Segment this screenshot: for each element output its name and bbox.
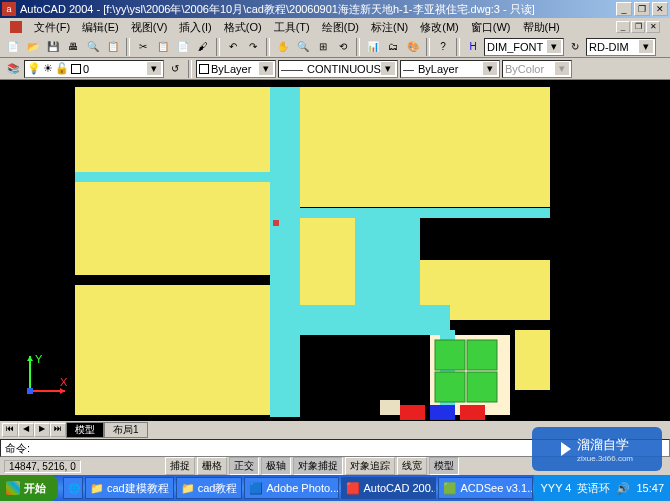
menu-insert[interactable]: 插入(I) — [179, 20, 211, 35]
tab-last-icon[interactable]: ⏭ — [50, 423, 66, 437]
lock-icon: 🔓 — [55, 62, 69, 75]
plotstyle-value: ByColor — [505, 63, 544, 75]
tray-volume-icon[interactable]: 🔊 — [616, 482, 630, 495]
zoom-window-icon[interactable]: ⊞ — [314, 38, 332, 56]
linetype-dropdown[interactable]: —— CONTINUOUS ▾ — [278, 60, 398, 78]
menu-draw[interactable]: 绘图(D) — [322, 20, 359, 35]
toolpalette-icon[interactable]: 🎨 — [404, 38, 422, 56]
plotstyle-dropdown[interactable]: ByColor ▾ — [502, 60, 572, 78]
color-dropdown[interactable]: ByLayer ▾ — [196, 60, 276, 78]
menu-dimension[interactable]: 标注(N) — [371, 20, 408, 35]
task-cad-tutorial[interactable]: 📁cad教程 — [176, 477, 243, 499]
svg-rect-22 — [273, 220, 279, 226]
menu-help[interactable]: 帮助(H) — [523, 20, 560, 35]
watermark-brand: 溜溜自学 — [577, 436, 633, 454]
new-icon[interactable]: 📄 — [4, 38, 22, 56]
minimize-button[interactable]: _ — [616, 2, 632, 16]
floorplan-drawing — [0, 80, 670, 421]
model-toggle[interactable]: 模型 — [429, 457, 459, 475]
svg-text:Y: Y — [35, 353, 43, 365]
mdi-restore[interactable]: ❐ — [631, 21, 645, 33]
svg-rect-7 — [515, 330, 550, 390]
close-button[interactable]: ✕ — [652, 2, 668, 16]
dim-icon[interactable]: H — [464, 38, 482, 56]
tab-first-icon[interactable]: ⏮ — [2, 423, 18, 437]
dimupdate-icon[interactable]: ↻ — [566, 38, 584, 56]
maximize-button[interactable]: ❐ — [634, 2, 650, 16]
svg-rect-0 — [75, 87, 300, 172]
layer-dropdown[interactable]: 💡 ☀ 🔓 0 ▾ — [24, 60, 164, 78]
publish-icon[interactable]: 📋 — [104, 38, 122, 56]
polar-toggle[interactable]: 极轴 — [261, 457, 291, 475]
quicklaunch-icon[interactable]: 🌐 — [63, 477, 83, 499]
menu-view[interactable]: 视图(V) — [131, 20, 168, 35]
save-icon[interactable]: 💾 — [44, 38, 62, 56]
layer-color-swatch — [71, 64, 81, 74]
svg-rect-9 — [75, 172, 300, 182]
cut-icon[interactable]: ✂ — [134, 38, 152, 56]
menu-edit[interactable]: 编辑(E) — [82, 20, 119, 35]
otrack-toggle[interactable]: 对象追踪 — [345, 457, 395, 475]
layer-prev-icon[interactable]: ↺ — [166, 60, 184, 78]
pan-icon[interactable]: ✋ — [274, 38, 292, 56]
help-icon[interactable]: ? — [434, 38, 452, 56]
tab-next-icon[interactable]: ▶ — [34, 423, 50, 437]
undo-icon[interactable]: ↶ — [224, 38, 242, 56]
tab-prev-icon[interactable]: ◀ — [18, 423, 34, 437]
menu-tools[interactable]: 工具(T) — [274, 20, 310, 35]
lineweight-value: ByLayer — [418, 63, 458, 75]
properties-icon[interactable]: 📊 — [364, 38, 382, 56]
watermark-url: zixue.3d66.com — [577, 454, 633, 463]
command-prompt: 命令: — [5, 441, 30, 456]
menu-window[interactable]: 窗口(W) — [471, 20, 511, 35]
color-swatch — [199, 64, 209, 74]
watermark-badge: 溜溜自学 zixue.3d66.com — [532, 427, 662, 471]
task-cad-model[interactable]: 📁cad建模教程 — [85, 477, 174, 499]
menu-file[interactable]: 文件(F) — [34, 20, 70, 35]
lineweight-dropdown[interactable]: — ByLayer ▾ — [400, 60, 500, 78]
system-tray[interactable]: YYY 4 英语环 🔊 15:47 — [534, 475, 670, 501]
windows-logo-icon — [6, 481, 20, 495]
svg-rect-27 — [27, 388, 33, 394]
rddim-dropdown[interactable]: RD-DIM ▾ — [586, 38, 656, 56]
zoom-prev-icon[interactable]: ⟲ — [334, 38, 352, 56]
svg-marker-26 — [27, 356, 33, 361]
tab-layout1[interactable]: 布局1 — [104, 422, 148, 438]
lwt-toggle[interactable]: 线宽 — [397, 457, 427, 475]
svg-rect-1 — [300, 87, 550, 207]
snap-toggle[interactable]: 捕捉 — [165, 457, 195, 475]
mdi-minimize[interactable]: _ — [616, 21, 630, 33]
task-acdsee[interactable]: 🟩ACDSee v3.1... — [438, 477, 533, 499]
task-autocad[interactable]: 🟥AutoCAD 200... — [341, 477, 436, 499]
osnap-toggle[interactable]: 对象捕捉 — [293, 457, 343, 475]
rddim-value: RD-DIM — [589, 41, 629, 53]
designcenter-icon[interactable]: 🗂 — [384, 38, 402, 56]
lightbulb-icon: 💡 — [27, 62, 41, 75]
svg-rect-2 — [75, 180, 270, 275]
dimstyle-value: DIM_FONT — [487, 41, 543, 53]
layer-manager-icon[interactable]: 📚 — [4, 60, 22, 78]
svg-text:X: X — [60, 376, 68, 388]
menu-modify[interactable]: 修改(M) — [420, 20, 459, 35]
grid-toggle[interactable]: 栅格 — [197, 457, 227, 475]
dimstyle-dropdown[interactable]: DIM_FONT ▾ — [484, 38, 564, 56]
menu-format[interactable]: 格式(O) — [224, 20, 262, 35]
start-button[interactable]: 开始 — [0, 475, 58, 501]
mdi-close[interactable]: ✕ — [646, 21, 660, 33]
tab-model[interactable]: 模型 — [66, 422, 104, 438]
open-icon[interactable]: 📂 — [24, 38, 42, 56]
app-icon: a — [2, 2, 16, 16]
preview-icon[interactable]: 🔍 — [84, 38, 102, 56]
zoom-realtime-icon[interactable]: 🔍 — [294, 38, 312, 56]
paste-icon[interactable]: 📄 — [174, 38, 192, 56]
task-photoshop[interactable]: 🟦Adobe Photo... — [244, 477, 339, 499]
coords-display: 14847, 5216, 0 — [4, 460, 81, 473]
copy-icon[interactable]: 📋 — [154, 38, 172, 56]
redo-icon[interactable]: ↷ — [244, 38, 262, 56]
drawing-canvas[interactable]: Y X — [0, 80, 670, 421]
print-icon[interactable]: 🖶 — [64, 38, 82, 56]
match-icon[interactable]: 🖌 — [194, 38, 212, 56]
svg-rect-17 — [467, 372, 497, 402]
ortho-toggle[interactable]: 正交 — [229, 457, 259, 475]
windows-taskbar: 开始 🌐 📁cad建模教程 📁cad教程 🟦Adobe Photo... 🟥Au… — [0, 475, 670, 501]
